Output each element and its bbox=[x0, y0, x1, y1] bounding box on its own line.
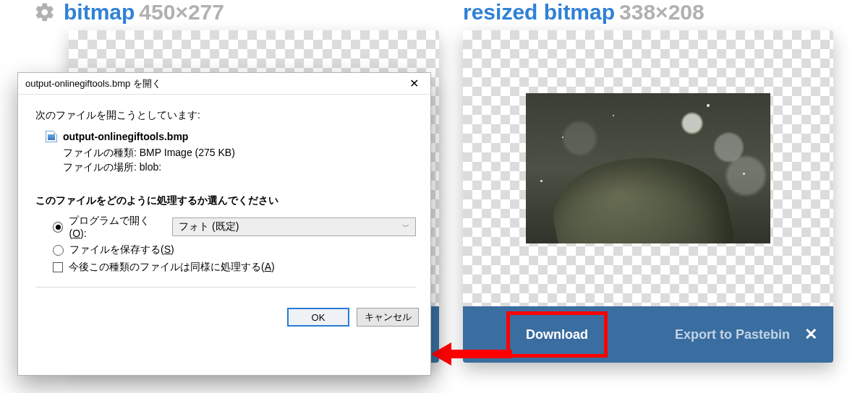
download-button[interactable]: Download bbox=[526, 327, 588, 342]
open-with-radio[interactable]: プログラムで開く(O): フォト (既定) ﹀ bbox=[53, 215, 416, 239]
file-icon bbox=[46, 131, 57, 142]
radio-icon[interactable] bbox=[53, 222, 63, 233]
output-heading: resized bitmap 338×208 bbox=[463, 0, 705, 25]
dialog-lead: 次のファイルを開こうとしています: bbox=[35, 109, 416, 122]
export-to-pastebin-button[interactable]: Export to Pastebin bbox=[675, 327, 790, 342]
input-name: bitmap bbox=[64, 0, 135, 25]
output-name: resized bitmap bbox=[463, 0, 615, 25]
dialog-filename: output-onlinegiftools.bmp bbox=[63, 131, 188, 142]
file-location: ファイルの場所: blob: bbox=[63, 161, 416, 174]
output-size: 338×208 bbox=[619, 0, 705, 25]
output-thumbnail bbox=[526, 93, 770, 243]
output-panel: Download Export to Pastebin ✕ bbox=[463, 30, 833, 363]
dialog-close-button[interactable]: ✕ bbox=[405, 77, 423, 91]
remember-choice-label: 今後この種類のファイルは同様に処理する(A) bbox=[69, 261, 275, 274]
close-icon[interactable]: ✕ bbox=[804, 325, 817, 344]
settings-gear-icon[interactable] bbox=[34, 1, 56, 23]
file-kind: ファイルの種類: BMP Image (275 KB) bbox=[63, 147, 416, 160]
ok-button[interactable]: OK bbox=[287, 308, 349, 327]
open-with-app-select[interactable]: フォト (既定) ﹀ bbox=[172, 217, 416, 236]
save-file-label: ファイルを保存する(S) bbox=[69, 243, 174, 256]
cancel-button[interactable]: キャンセル bbox=[357, 308, 419, 327]
dialog-title: output-onlinegiftools.bmp を開く bbox=[25, 77, 161, 90]
dialog-titlebar[interactable]: output-onlinegiftools.bmp を開く ✕ bbox=[18, 73, 430, 95]
input-size: 450×277 bbox=[139, 0, 224, 25]
radio-icon[interactable] bbox=[53, 245, 64, 256]
input-heading: bitmap 450×277 bbox=[64, 0, 224, 25]
choose-action-heading: このファイルをどのように処理するか選んでください bbox=[35, 194, 416, 207]
separator bbox=[35, 287, 416, 288]
output-panel-footer: Download Export to Pastebin ✕ bbox=[463, 306, 833, 363]
download-highlight: Download bbox=[506, 311, 608, 358]
checkbox-icon[interactable] bbox=[53, 262, 63, 272]
open-with-label: プログラムで開く(O): bbox=[69, 215, 163, 239]
chevron-down-icon: ﹀ bbox=[402, 222, 409, 232]
save-file-radio[interactable]: ファイルを保存する(S) bbox=[53, 243, 416, 256]
remember-choice-checkbox[interactable]: 今後この種類のファイルは同様に処理する(A) bbox=[53, 261, 416, 274]
output-preview-area bbox=[463, 30, 833, 306]
open-file-dialog: output-onlinegiftools.bmp を開く ✕ 次のファイルを開… bbox=[17, 72, 431, 376]
open-with-app-value: フォト (既定) bbox=[179, 220, 239, 233]
